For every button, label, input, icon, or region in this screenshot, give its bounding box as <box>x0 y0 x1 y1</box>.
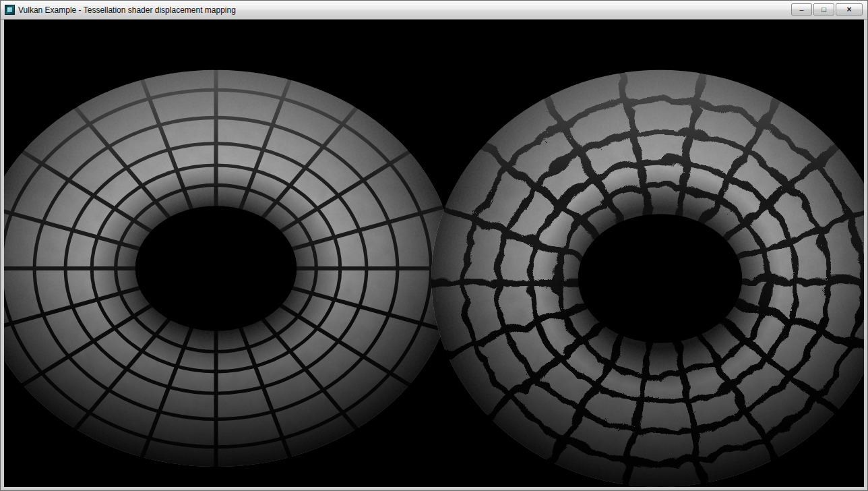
window-title: Vulkan Example - Tessellation shader dis… <box>18 5 236 15</box>
vulkan-app-icon[interactable] <box>5 5 15 15</box>
torus-scene <box>4 20 864 487</box>
render-viewport[interactable] <box>4 20 864 487</box>
window-controls: – □ × <box>791 3 863 16</box>
minimize-button[interactable]: – <box>791 3 812 16</box>
app-window: Vulkan Example - Tessellation shader dis… <box>0 0 868 491</box>
close-button[interactable]: × <box>836 3 863 16</box>
maximize-button[interactable]: □ <box>813 3 834 16</box>
stone-torus-displaced <box>427 69 864 487</box>
stone-torus-flat <box>4 66 460 471</box>
window-titlebar[interactable]: Vulkan Example - Tessellation shader dis… <box>1 1 867 20</box>
